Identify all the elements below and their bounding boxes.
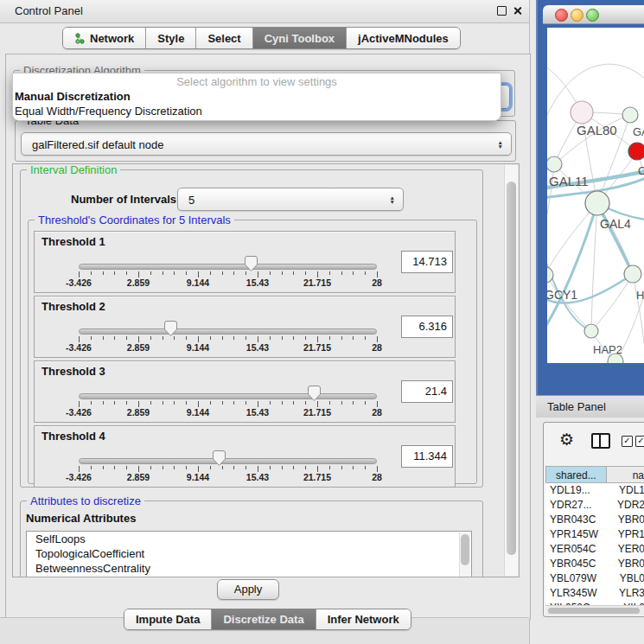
table-row[interactable]: YBR045CYBR0 <box>545 557 644 571</box>
popup-option-equal-width-frequency-discretization[interactable]: Equal Width/Frequency Discretization <box>13 105 501 119</box>
minor-tick <box>186 271 187 275</box>
checkbox-checked-icon[interactable]: ✓ <box>622 436 633 447</box>
tab-network[interactable]: Network <box>63 28 146 48</box>
slider-scale: -3.4262.8599.14415.4321.71528 <box>79 342 377 353</box>
threshold-4-value-field[interactable]: 11.344 <box>401 445 453 468</box>
attribute-item-selfloops[interactable]: SelfLoops <box>27 532 471 546</box>
cell-shared-name[interactable]: YBR045C <box>545 557 611 571</box>
tab-cyni-toolbox[interactable]: Cyni Toolbox <box>253 28 347 48</box>
top-right-node[interactable] <box>622 107 638 123</box>
cell-name[interactable]: YPR1 <box>611 527 644 542</box>
scrollbar-thumb[interactable] <box>507 182 516 555</box>
minor-tick <box>186 336 187 340</box>
GAL80-node[interactable] <box>571 101 593 124</box>
cell-shared-name[interactable]: YER054C <box>545 542 611 557</box>
tab-style[interactable]: Style <box>146 28 196 48</box>
popup-option-manual-discretization[interactable]: Manual Discretization <box>13 90 501 105</box>
attributes-scrollbar[interactable] <box>459 532 470 577</box>
cell-shared-name[interactable]: YDL19... <box>545 483 612 498</box>
threshold-2-slider-thumb[interactable] <box>164 321 177 336</box>
node-label-gal80: GAL80 <box>577 123 617 137</box>
zoom-traffic-light-icon[interactable] <box>586 9 599 22</box>
close-traffic-light-icon[interactable] <box>555 9 568 22</box>
tab-impute-data[interactable]: Impute Data <box>124 609 212 629</box>
cell-name[interactable]: YBR0 <box>611 513 644 527</box>
cell-name[interactable]: YLR3 <box>612 586 644 601</box>
cell-name[interactable]: YBR0 <box>611 557 644 571</box>
attribute-item-topologicalcoefficient[interactable]: TopologicalCoefficient <box>27 546 471 561</box>
cell-name[interactable]: YDL1 <box>612 483 644 498</box>
close-icon[interactable] <box>513 6 522 16</box>
threshold-1-slider-thumb[interactable] <box>245 256 258 271</box>
network-view-window: GAL80GACGAL11GAL4GCY1HHAP2 <box>536 0 644 395</box>
minor-tick <box>341 401 342 405</box>
table-row[interactable]: YBL079WYBL0 <box>545 571 644 586</box>
horizontal-scrollbar[interactable] <box>545 605 644 615</box>
cell-name[interactable]: YBL0 <box>613 571 644 586</box>
cell-shared-name[interactable]: YLR345W <box>545 586 612 601</box>
apply-button[interactable]: Apply <box>217 579 279 600</box>
gear-icon[interactable]: ⚙ <box>559 430 574 450</box>
float-window-icon[interactable] <box>497 6 507 16</box>
minor-tick <box>365 466 366 469</box>
cell-shared-name[interactable]: YPR145W <box>545 527 611 542</box>
scale-label: 9.144 <box>187 342 209 353</box>
GAL4-node[interactable] <box>585 191 609 215</box>
table-row[interactable]: YDR27...YDR2 <box>545 498 644 513</box>
major-tick <box>198 336 199 342</box>
cell-shared-name[interactable]: YBR043C <box>545 513 611 527</box>
threshold-1-value-field[interactable]: 14.713 <box>401 251 453 273</box>
slider-ruler <box>79 466 377 472</box>
column-header-name[interactable]: na <box>607 466 644 483</box>
tab-select[interactable]: Select <box>196 28 252 48</box>
table-row[interactable]: YBR043CYBR0 <box>545 513 644 527</box>
interval-definition-label: Interval Definition <box>27 163 120 176</box>
attribute-item-betweennesscentrality[interactable]: BetweennessCentrality <box>27 561 471 576</box>
threshold-3-slider-track[interactable] <box>79 393 377 399</box>
threshold-1-slider-track[interactable] <box>79 264 377 270</box>
minor-tick <box>341 466 342 469</box>
minor-tick <box>210 336 211 340</box>
table-panel-titlebar: Table Panel <box>536 395 644 418</box>
network-canvas[interactable]: GAL80GACGAL11GAL4GCY1HHAP2 <box>547 28 644 363</box>
major-tick <box>258 466 258 472</box>
table-data-combobox[interactable]: galFiltered.sif default node ▲▼ <box>21 132 512 156</box>
threshold-4-slider-thumb[interactable] <box>213 450 226 466</box>
red-node[interactable] <box>628 143 644 160</box>
table-row[interactable]: YPR145WYPR1 <box>545 527 644 542</box>
table-row[interactable]: YER054CYER0 <box>545 542 644 557</box>
algorithm-dropdown-popup: Select algorithm to view settingsManual … <box>12 73 501 121</box>
column-header-shared-name[interactable]: shared... <box>545 466 607 483</box>
numerical-attributes-list[interactable]: SelfLoopsTopologicalCoefficientBetweenne… <box>26 531 472 577</box>
GAL11-node[interactable] <box>547 156 562 172</box>
split-pane-icon[interactable] <box>591 433 610 449</box>
threshold-2-value-field[interactable]: 6.316 <box>401 316 453 338</box>
cell-name[interactable]: YDR2 <box>610 498 644 513</box>
scrollbar-thumb[interactable] <box>548 608 640 614</box>
combo-arrows-icon: ▲▼ <box>390 194 395 204</box>
checkbox-checked-icon[interactable]: ✓ <box>635 436 644 447</box>
cell-name[interactable]: YER0 <box>611 542 644 557</box>
minor-tick <box>174 401 175 405</box>
tab-label: Discretize Data <box>223 613 303 626</box>
vertical-scrollbar[interactable] <box>504 165 518 576</box>
table-row[interactable]: YDL19...YDL1 <box>545 483 644 498</box>
cell-shared-name[interactable]: YBL079W <box>545 571 613 586</box>
tab-jactivemnodules[interactable]: jActiveMNodules <box>347 28 460 48</box>
threshold-3-slider-thumb[interactable] <box>308 386 321 401</box>
threshold-2-slider-track[interactable] <box>79 328 377 335</box>
tab-discretize-data[interactable]: Discretize Data <box>212 609 316 629</box>
table-row[interactable]: YLR345WYLR3 <box>545 586 644 601</box>
minor-tick <box>103 271 104 275</box>
minimize-traffic-light-icon[interactable] <box>571 9 583 22</box>
right-node[interactable] <box>624 265 641 283</box>
minor-tick <box>210 466 211 469</box>
HAP2-node[interactable] <box>584 324 598 338</box>
cell-shared-name[interactable]: YDR27... <box>545 498 610 513</box>
threshold-4-slider-track[interactable] <box>79 458 377 464</box>
threshold-3-value-field[interactable]: 21.4 <box>401 380 453 403</box>
network-graph[interactable]: GAL80GACGAL11GAL4GCY1HHAP2 <box>547 28 644 363</box>
number-of-intervals-combobox[interactable]: 5 ▲▼ <box>177 188 404 211</box>
tab-infer-network[interactable]: Infer Network <box>316 609 411 629</box>
minor-tick <box>341 336 342 340</box>
